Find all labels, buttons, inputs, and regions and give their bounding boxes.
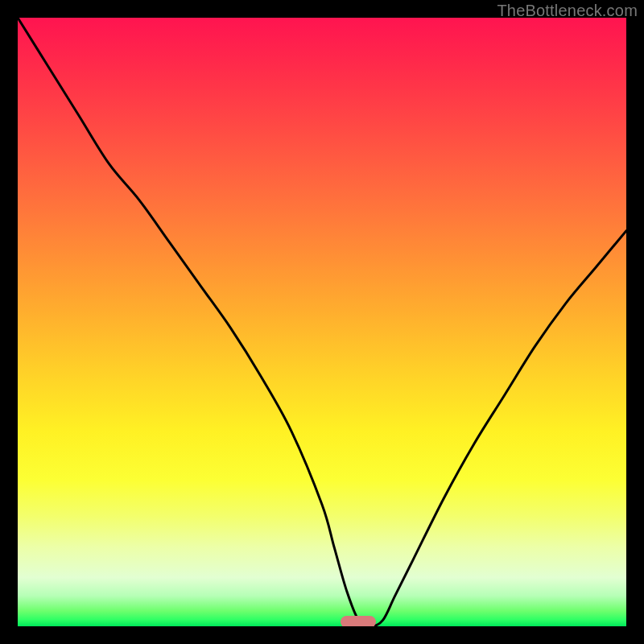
plot-area <box>18 18 626 626</box>
chart-frame: TheBottleneck.com <box>0 0 644 644</box>
background-gradient <box>18 18 626 626</box>
minimum-marker <box>341 616 376 626</box>
